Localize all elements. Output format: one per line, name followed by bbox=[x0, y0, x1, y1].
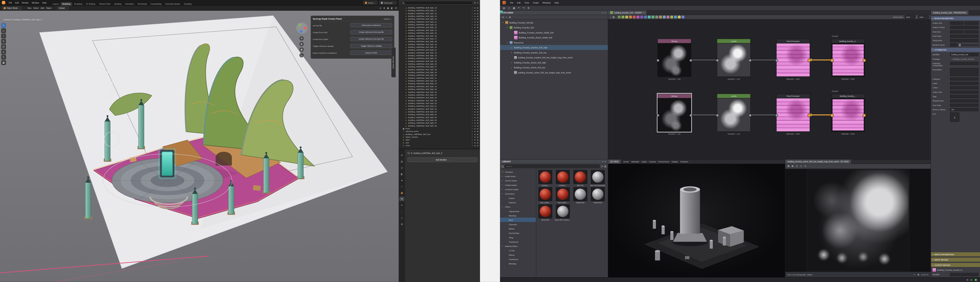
selectable-toggle-icon[interactable]: ✔ bbox=[472, 97, 473, 98]
workspace-tab[interactable]: Shading bbox=[112, 2, 123, 5]
field-input[interactable] bbox=[950, 39, 978, 42]
hide-in-viewport-icon[interactable]: ◉ bbox=[474, 86, 476, 87]
hide-in-viewport-icon[interactable]: ◉ bbox=[474, 77, 476, 79]
graph-node[interactable]: Levels 512x512 - L16 bbox=[717, 39, 751, 80]
outliner-row[interactable]: Building_HallOfWar_Bell_high_46 ✔ ◉ ▣ bbox=[399, 90, 480, 93]
field-input[interactable] bbox=[950, 26, 978, 29]
viewport-header-icon[interactable]: ⚙ bbox=[395, 7, 397, 9]
selectable-toggle-icon[interactable]: ✔ bbox=[472, 66, 473, 68]
menu-item[interactable]: Window bbox=[30, 2, 41, 4]
viewport-tool-button[interactable]: ✎ bbox=[1, 55, 6, 60]
selectable-toggle-icon[interactable]: ✔ bbox=[472, 10, 473, 11]
hide-in-viewport-icon[interactable]: ◉ bbox=[474, 74, 476, 76]
section-input-parameters[interactable]: ▾ INPUT PARAMETERS bbox=[931, 252, 980, 256]
hide-in-viewport-icon[interactable]: ◉ bbox=[474, 102, 476, 104]
icon-upload-button[interactable]: ⤓ bbox=[950, 112, 959, 122]
outliner-row[interactable]: Building_HallOfWar_Bell_high_45 ✔ ◉ ▣ bbox=[399, 88, 480, 90]
selectable-toggle-icon[interactable]: ✔ bbox=[472, 49, 473, 51]
hide-in-viewport-icon[interactable]: ◉ bbox=[474, 82, 476, 85]
library-node[interactable]: Slope Blur Grayscale bbox=[555, 204, 571, 221]
outliner-row[interactable]: Building_HallOfWar_Bell_high_57 ✔ ◉ ▣ bbox=[399, 121, 480, 124]
axis-x-handle[interactable] bbox=[304, 27, 307, 29]
explorer-tree-item[interactable]: ▸ Building_Foundry_Active_5x6_low bbox=[500, 65, 608, 70]
disable-in-render-icon[interactable]: ▣ bbox=[477, 94, 479, 96]
node-palette-icon[interactable] bbox=[678, 16, 681, 18]
field-input[interactable]: …/Building_Foundry_5x6.sbs bbox=[950, 57, 978, 60]
orientation-selector[interactable]: Global ⌄ bbox=[57, 6, 69, 10]
outliner-row[interactable]: Building_HallOfWar_Bell_high_58 ✔ ◉ ▣ bbox=[399, 124, 480, 127]
field-input[interactable] bbox=[950, 104, 978, 107]
toolbar-icon[interactable]: ▤ bbox=[503, 7, 505, 9]
disable-in-render-icon[interactable]: ▣ bbox=[477, 10, 479, 11]
section-input-images[interactable]: ▾ INPUT IMAGES bbox=[931, 258, 980, 261]
hide-in-viewport-icon[interactable]: ◉ bbox=[474, 63, 476, 65]
outliner-row[interactable]: Building_HallOfWar_Bell_high_20 ✔ ◉ ▣ bbox=[399, 17, 480, 20]
graph-toolbar-icon[interactable]: ▦ bbox=[612, 16, 614, 18]
menu-item[interactable]: Windows bbox=[541, 2, 553, 4]
hide-in-viewport-icon[interactable]: ◉ bbox=[474, 32, 476, 34]
outliner-row[interactable]: Building_HallOfWar_Bell_high_37 ✔ ◉ ▣ bbox=[399, 65, 480, 68]
viewport-menu-item[interactable]: Select bbox=[33, 7, 40, 9]
outliner-row[interactable]: Building_HallOfWar_Bell_high_27 ✔ ◉ ▣ bbox=[399, 37, 480, 40]
field-input-2[interactable] bbox=[965, 30, 978, 33]
status-icon[interactable]: ▥ bbox=[970, 279, 972, 280]
library-category[interactable]: ▸ Function Nodes bbox=[500, 187, 536, 191]
hide-in-viewport-icon[interactable]: ◉ bbox=[474, 133, 476, 135]
menu-item[interactable]: Help bbox=[41, 2, 48, 4]
viewport-header-icon[interactable]: ⊕ bbox=[383, 7, 385, 9]
disable-in-render-icon[interactable]: ▣ bbox=[477, 29, 479, 31]
outliner-options-icon[interactable]: ≡ bbox=[477, 2, 479, 4]
hide-in-viewport-icon[interactable]: ◉ bbox=[474, 54, 476, 56]
disable-in-render-icon[interactable]: ▣ bbox=[477, 77, 479, 79]
3d-view-menu-item[interactable]: Renderer bbox=[680, 161, 688, 163]
disable-in-render-icon[interactable]: ▣ bbox=[477, 102, 479, 104]
selectable-toggle-icon[interactable]: ✔ bbox=[472, 119, 473, 121]
explorer-tree-item[interactable]: ▸ Building_Foundry_Inactive_5x6_low bbox=[500, 50, 608, 55]
viewport-tool-button[interactable]: ↖ bbox=[1, 23, 6, 28]
disable-in-render-icon[interactable]: ▣ bbox=[477, 27, 479, 29]
outliner-row[interactable]: Building_HallOfWar_Bell_high_50 ✔ ◉ ▣ bbox=[399, 102, 480, 105]
disable-in-render-icon[interactable]: ▣ bbox=[477, 24, 479, 25]
disable-in-render-icon[interactable]: ▣ bbox=[477, 133, 479, 135]
outliner-row[interactable]: Building_HallOfWar_Bell_high_54 ✔ ◉ ▣ bbox=[399, 113, 480, 116]
library-node[interactable]: Anisotro... bbox=[537, 170, 554, 187]
library-node[interactable]: Blur HQ bbox=[572, 170, 589, 187]
viewport-nav-button[interactable]: ⊕ bbox=[299, 36, 304, 41]
hide-in-viewport-icon[interactable]: ◉ bbox=[474, 15, 476, 17]
mode-selector[interactable]: Object Mode ⌄ bbox=[2, 6, 22, 10]
hide-in-viewport-icon[interactable]: ◉ bbox=[474, 10, 476, 11]
outliner-row[interactable]: Building_HallOfWar_Bell_high_19 ✔ ◉ ▣ bbox=[399, 15, 480, 17]
hide-in-viewport-icon[interactable]: ◉ bbox=[474, 66, 476, 68]
sidebar-tab-synergy-depth[interactable]: Synergy Depth bbox=[391, 48, 396, 78]
library-category[interactable]: 1-Click bbox=[500, 248, 536, 253]
library-category[interactable]: ▾ Material Filters bbox=[500, 244, 536, 248]
outliner-row[interactable]: Building_HallOfWar_Bell_high_41 ✔ ◉ ▣ bbox=[399, 76, 480, 79]
library-node[interactable]: Radial Blur bbox=[572, 187, 589, 204]
hide-in-viewport-icon[interactable]: ◉ bbox=[474, 24, 476, 25]
selectable-toggle-icon[interactable]: ✔ bbox=[472, 86, 473, 87]
selectable-toggle-icon[interactable]: ✔ bbox=[472, 15, 473, 17]
disable-in-render-icon[interactable]: ▣ bbox=[477, 80, 479, 82]
disable-in-render-icon[interactable]: ▣ bbox=[477, 43, 479, 45]
selectable-toggle-icon[interactable]: ✔ bbox=[472, 100, 473, 101]
selectable-toggle-icon[interactable]: ✔ bbox=[472, 52, 473, 54]
properties-tab-icon[interactable]: ▤ bbox=[399, 159, 404, 163]
outliner-row[interactable]: Sun ✔ ◉ ▣ bbox=[399, 141, 480, 144]
2d-view-tab[interactable]: building_foundry_active_5x6_low_height_m… bbox=[785, 160, 851, 164]
parent-width-select[interactable]: 1024⌄ bbox=[905, 15, 915, 19]
disable-in-render-icon[interactable]: ▣ bbox=[477, 66, 479, 68]
panel-menu-icon[interactable]: ▾ bbox=[602, 161, 603, 163]
graph-node[interactable]: [height] Building_foundry_... 256x256 - … bbox=[831, 93, 865, 135]
library-category[interactable]: ▸ Atomic Nodes bbox=[500, 178, 536, 182]
outliner-row[interactable]: Building_HallOfWar_Bell_high_56 ✔ ◉ ▣ bbox=[399, 119, 480, 121]
disable-in-render-icon[interactable]: ▣ bbox=[477, 108, 479, 110]
navigation-gizmo[interactable] bbox=[296, 22, 307, 34]
node-palette-icon[interactable] bbox=[655, 16, 658, 18]
section-attributes[interactable]: ▾ ATTRIBUTES bbox=[931, 48, 980, 52]
node-palette-icon[interactable] bbox=[640, 16, 643, 18]
workspace-tab[interactable]: Modeling bbox=[60, 2, 72, 5]
field-input[interactable] bbox=[950, 43, 958, 47]
outliner-row[interactable]: Building_HallOfWar_Bell_high_49 ✔ ◉ ▣ bbox=[399, 99, 480, 101]
library-category[interactable]: ▾ Filters bbox=[500, 204, 536, 209]
expand-arrow-icon[interactable]: ▸ bbox=[511, 47, 513, 49]
